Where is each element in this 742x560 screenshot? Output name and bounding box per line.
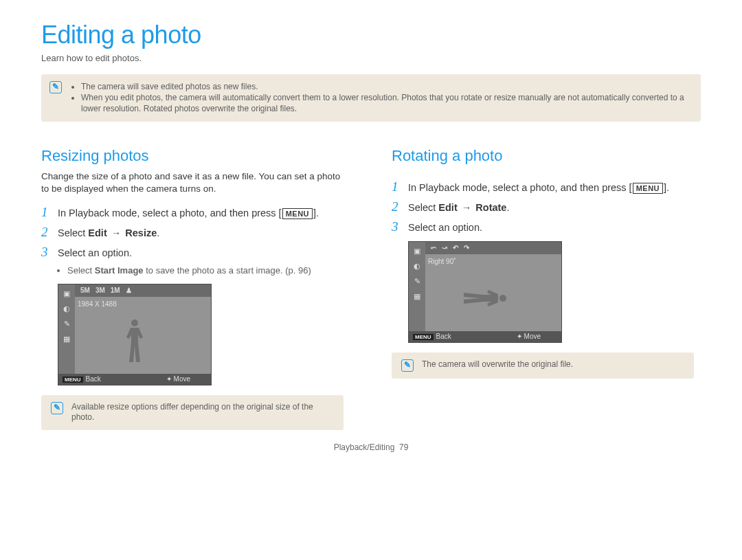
step-number: 1 xyxy=(392,180,401,194)
menu-chip: MENU xyxy=(282,208,313,219)
lcd-bottombar: MENUBack ✦ Move xyxy=(58,374,211,385)
rotate-icon: ⤺ xyxy=(431,243,436,252)
lcd-rotate-preview: ▣ ◐ ✎ ▦ ⤺ ⤻ ↶ ↷ Right 90˚ MENUBack ✦ Mov… xyxy=(408,241,562,343)
note-rotate-text: The camera will overwrite the original f… xyxy=(422,359,573,370)
note-top-bullet: The camera will save edited photos as ne… xyxy=(81,82,691,93)
section-desc-resizing: Change the size of a photo and save it a… xyxy=(41,170,350,194)
tool-icon: ▦ xyxy=(63,334,70,344)
lcd-back-label: Back xyxy=(436,333,451,340)
lcd-side-icons: ▣ ◐ ✎ ▦ xyxy=(409,242,425,331)
step-number: 3 xyxy=(392,220,401,234)
tool-icon: ◐ xyxy=(414,261,420,271)
lcd-resolution-label: 1984 X 1488 xyxy=(78,300,117,309)
lcd-bottombar: MENUBack ✦ Move xyxy=(409,331,561,342)
arrow-icon: → xyxy=(111,227,122,238)
col-resizing: Resizing photos Change the size of a pho… xyxy=(41,146,350,429)
step-bold: Resize xyxy=(125,227,157,238)
tool-icon: ▣ xyxy=(414,246,420,256)
menu-chip-icon: MENU xyxy=(63,377,83,383)
footer-page: 79 xyxy=(399,443,408,452)
rotate-icon: ⤻ xyxy=(442,243,447,252)
lcd-rotate-label: Right 90˚ xyxy=(428,257,456,266)
step-text: . xyxy=(506,202,509,213)
note-icon: ✎ xyxy=(51,402,63,414)
size-option: 1M xyxy=(111,286,120,295)
tool-icon: ▣ xyxy=(63,289,70,298)
step-number: 2 xyxy=(392,200,401,214)
footer-section: Playback/Editing xyxy=(334,443,395,452)
step-text: In Playback mode, select a photo, and th… xyxy=(58,208,276,219)
step-text: . xyxy=(666,182,669,193)
note-rotate: ✎ The camera will overwrite the original… xyxy=(392,352,694,379)
silhouette-figure xyxy=(461,283,509,313)
size-option: 5M xyxy=(80,286,90,295)
step-number: 2 xyxy=(41,225,51,240)
step-text: In Playback mode, select a photo, and th… xyxy=(408,182,627,193)
page-subtitle: Learn how to edit photos. xyxy=(41,53,701,65)
step-text: Select an option. xyxy=(408,220,701,234)
lcd-resize-preview: ▣ ◐ ✎ ▦ 5M 3M 1M ♟ 1984 X 1488 MENUBack … xyxy=(58,284,212,385)
step-number: 3 xyxy=(41,245,51,260)
rotate-icon: ↷ xyxy=(464,243,469,252)
section-heading-rotating: Rotating a photo xyxy=(392,146,701,166)
step-bold: Rotate xyxy=(475,202,506,213)
menu-chip-icon: MENU xyxy=(413,334,434,340)
lcd-back-label: Back xyxy=(86,375,101,383)
size-option: 3M xyxy=(95,286,105,295)
note-resize: ✎ Available resize options differ depend… xyxy=(41,395,344,430)
page-footer: Playback/Editing 79 xyxy=(41,443,701,453)
tool-icon: ▦ xyxy=(414,291,420,301)
step-text: . xyxy=(316,208,319,219)
step-text: Select an option. xyxy=(58,245,350,260)
step: 2 Select Edit → Rotate. xyxy=(392,200,701,214)
step-bold: Edit xyxy=(438,202,457,213)
arrow-icon: → xyxy=(462,202,472,213)
lcd-topbar: ⤺ ⤻ ↶ ↷ xyxy=(425,242,561,254)
step: 1 In Playback mode, select a photo, and … xyxy=(41,205,350,220)
note-top: ✎ The camera will save edited photos as … xyxy=(41,74,701,122)
note-icon: ✎ xyxy=(49,81,62,93)
section-heading-resizing: Resizing photos xyxy=(41,146,350,166)
lcd-move-label: Move xyxy=(524,333,541,340)
step: 3 Select an option. xyxy=(41,245,350,260)
step: 3 Select an option. xyxy=(392,220,701,234)
note-top-bullet: When you edit photos, the camera will au… xyxy=(81,93,691,114)
lcd-side-icons: ▣ ◐ ✎ ▦ xyxy=(58,284,75,374)
rotate-icon: ↶ xyxy=(453,243,458,252)
nav-icon: ✦ xyxy=(166,375,172,383)
note-top-content: The camera will save edited photos as ne… xyxy=(70,81,691,115)
step: 1 In Playback mode, select a photo, and … xyxy=(392,180,701,194)
page-title: Editing a photo xyxy=(41,19,701,52)
note-icon: ✎ xyxy=(401,359,414,372)
col-rotating: Rotating a photo 1 In Playback mode, sel… xyxy=(392,146,701,429)
step-text: . xyxy=(157,227,159,238)
step-number: 1 xyxy=(41,205,51,220)
tool-icon: ✎ xyxy=(64,319,70,328)
menu-chip: MENU xyxy=(633,183,663,194)
tool-icon: ◐ xyxy=(63,304,70,313)
silhouette-figure xyxy=(120,317,150,365)
nav-icon: ✦ xyxy=(517,333,522,340)
note-resize-text: Available resize options differ dependin… xyxy=(71,402,334,423)
step-bold: Edit xyxy=(88,227,106,238)
step-text: Select xyxy=(58,227,88,238)
lcd-topbar: 5M 3M 1M ♟ xyxy=(75,284,211,297)
lcd-move-label: Move xyxy=(174,375,190,383)
tool-icon: ✎ xyxy=(414,276,420,286)
step-text: Select xyxy=(408,202,438,213)
step-sub-bullet: Select Start Image to save the photo as … xyxy=(67,265,350,277)
person-icon: ♟ xyxy=(126,286,132,295)
step: 2 Select Edit → Resize. xyxy=(41,225,350,240)
